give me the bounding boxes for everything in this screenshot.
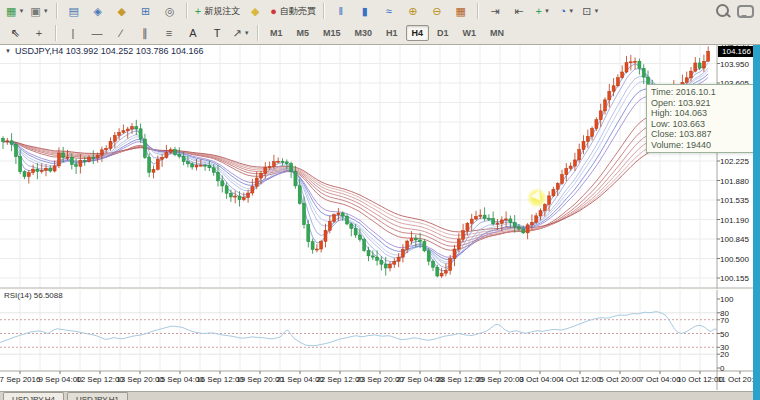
channel-tool[interactable]: ∥: [133, 23, 157, 43]
profiles-icon: ▣: [30, 6, 40, 17]
timeframe-button-w1[interactable]: W1: [457, 25, 483, 41]
metaeditor-icon: ◆: [251, 6, 259, 17]
price-tick: 100.845: [720, 235, 757, 244]
terminal-button[interactable]: ⊞: [134, 1, 158, 21]
search-icon[interactable]: [716, 4, 729, 17]
timeframe-button-m1[interactable]: M1: [264, 25, 289, 41]
auto-trading-button-label: 自動売買: [280, 5, 316, 18]
new-order-button-label: 新規注文: [204, 5, 240, 18]
metaeditor-button[interactable]: ◆: [243, 1, 267, 21]
text-tool[interactable]: A: [181, 23, 205, 43]
auto-scroll-button[interactable]: ⇤: [507, 1, 531, 21]
market-watch-button[interactable]: ▤: [62, 1, 86, 21]
crosshair-tool[interactable]: +: [27, 23, 51, 43]
time-tick: 7 Sep 2016: [0, 375, 40, 384]
dropdown-caret-icon[interactable]: ▼: [43, 8, 49, 14]
toolbar: ▦▼▣▼▤◈◆⊞◎+新規注文◆●自動売買‖▮≈⊕⊖▦⇥⇤+▼◔▼⊡▼ ⇖+|—∕…: [0, 0, 760, 45]
data-window-button[interactable]: ◈: [86, 1, 110, 21]
price-tick: 100.155: [720, 274, 757, 283]
chart-shift-button[interactable]: ⇥: [483, 1, 507, 21]
profiles-button[interactable]: ▣▼: [27, 1, 51, 21]
vertical-line-tool[interactable]: |: [61, 23, 85, 43]
chat-icon[interactable]: [737, 5, 754, 18]
timeframe-button-h1[interactable]: H1: [380, 25, 404, 41]
horizontal-line-tool[interactable]: —: [85, 23, 109, 43]
cursor-tool[interactable]: ⇖: [3, 23, 27, 43]
chart-tab-active[interactable]: USDJPY,H4: [3, 392, 64, 400]
trendline-icon: ∕: [120, 28, 122, 39]
navigator-icon: ◆: [117, 6, 125, 17]
rsi-indicator-label: RSI(14) 56.5088: [4, 291, 63, 300]
price-tick: 101.880: [720, 177, 757, 186]
time-tick: 3 Oct 04:00: [519, 375, 560, 384]
price-tick: 100.500: [720, 255, 757, 264]
time-tick: 4 Oct 12:00: [559, 375, 600, 384]
timeframe-button-m15[interactable]: M15: [317, 25, 347, 41]
label-icon: T: [214, 28, 221, 39]
timeframe-button-m5[interactable]: M5: [291, 25, 316, 41]
timeframe-button-m30[interactable]: M30: [349, 25, 379, 41]
chart-tab[interactable]: USDJPY,H1: [67, 392, 128, 400]
candle-mode-icon: ▮: [362, 6, 368, 17]
mt4-window: ▦▼▣▼▤◈◆⊞◎+新規注文◆●自動売買‖▮≈⊕⊖▦⇥⇤+▼◔▼⊡▼ ⇖+|—∕…: [0, 0, 760, 400]
dropdown-caret-icon[interactable]: ▼: [18, 8, 24, 14]
dropdown-caret-icon[interactable]: ▼: [244, 30, 250, 36]
rsi-tick: 20: [720, 350, 750, 359]
periods-icon: ◔: [560, 6, 567, 17]
fibonacci-tool[interactable]: ≡: [157, 23, 181, 43]
dropdown-caret-icon[interactable]: ▼: [593, 8, 599, 14]
timeframe-button-h4[interactable]: H4: [406, 25, 430, 41]
toolbar-row-tools: ⇖+|—∕∥≡AT↗▼M1M5M15M30H1H4D1W1MN: [0, 22, 760, 44]
price-tick: 101.535: [720, 196, 757, 205]
toolbar-separator: [55, 25, 57, 41]
shapes-icon: ↗: [232, 28, 241, 39]
zoom-in-button[interactable]: ⊕: [401, 1, 425, 21]
periods-button[interactable]: ◔▼: [555, 1, 579, 21]
time-tick: 10 Oct 12:00: [677, 375, 723, 384]
toolbar-separator: [56, 3, 58, 19]
strategy-tester-button[interactable]: ◎: [158, 1, 182, 21]
horizontal-line-icon: —: [92, 28, 103, 39]
text-icon: A: [189, 28, 196, 39]
candle-mode-button[interactable]: ▮: [353, 1, 377, 21]
zoom-out-button[interactable]: ⊖: [425, 1, 449, 21]
line-mode-button[interactable]: ≈: [377, 1, 401, 21]
toolbar-separator: [477, 3, 479, 19]
zoom-in-icon: ⊕: [408, 6, 417, 17]
bar-chart-mode-icon: ‖: [339, 6, 344, 17]
trendline-tool[interactable]: ∕: [109, 23, 133, 43]
tile-windows-button[interactable]: ▦: [449, 1, 473, 21]
chart-tab-bar: USDJPY,H4 USDJPY,H1: [0, 391, 760, 400]
tooltip-high: High: 104.063: [651, 108, 759, 119]
dropdown-caret-icon[interactable]: ▼: [568, 8, 574, 14]
symbol-ohlc-text: USDJPY,H4 103.992 104.252 103.786 104.16…: [15, 46, 204, 56]
symbol-header: ▼ USDJPY,H4 103.992 104.252 103.786 104.…: [5, 46, 203, 56]
collapse-triangle-icon[interactable]: ▼: [5, 48, 11, 54]
price-chart-canvas[interactable]: [0, 0, 760, 400]
shapes-tool[interactable]: ↗▼: [229, 23, 253, 43]
timeframe-button-d1[interactable]: D1: [431, 25, 455, 41]
indicators-icon: +: [536, 6, 542, 17]
bar-chart-mode-button[interactable]: ‖: [329, 1, 353, 21]
templates-icon: ⊡: [582, 6, 591, 17]
label-tool[interactable]: T: [205, 23, 229, 43]
line-mode-icon: ≈: [386, 6, 392, 17]
toolbar-separator: [323, 3, 325, 19]
window-edge-stripe: [753, 44, 760, 400]
new-order-button[interactable]: +新規注文: [192, 1, 243, 21]
zoom-out-icon: ⊖: [432, 6, 441, 17]
new-chart-button[interactable]: ▦▼: [3, 1, 27, 21]
timeframe-button-mn[interactable]: MN: [484, 25, 510, 41]
auto-trading-button[interactable]: ●自動売買: [267, 1, 319, 21]
indicators-button[interactable]: +▼: [531, 1, 555, 21]
rsi-tick: 100: [720, 295, 750, 304]
chart-shift-icon: ⇥: [490, 6, 499, 17]
crosshair-icon: +: [36, 28, 42, 39]
new-chart-icon: ▦: [6, 6, 16, 17]
auto-scroll-icon: ⇤: [514, 6, 523, 17]
time-tick: 29 Sep 20:00: [476, 375, 524, 384]
tooltip-volume: Volume: 19440: [651, 140, 759, 151]
dropdown-caret-icon[interactable]: ▼: [544, 8, 550, 14]
navigator-button[interactable]: ◆: [110, 1, 134, 21]
templates-button[interactable]: ⊡▼: [579, 1, 603, 21]
